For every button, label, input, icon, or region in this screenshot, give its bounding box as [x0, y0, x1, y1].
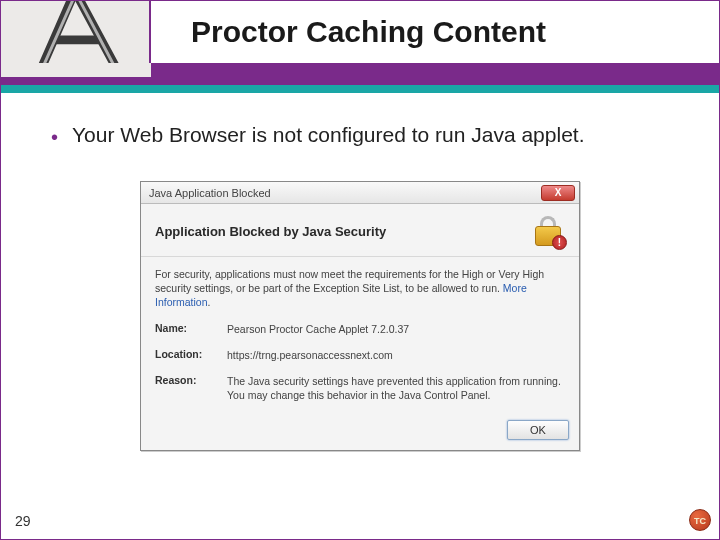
accent-bar-purple — [1, 63, 719, 85]
dialog-button-row: OK — [141, 414, 579, 450]
reason-value: The Java security settings have prevente… — [227, 374, 565, 402]
dialog-heading: Application Blocked by Java Security — [155, 224, 386, 239]
name-label: Name: — [155, 322, 227, 336]
lock-warning-icon: ! — [531, 214, 565, 248]
bullet-text: Your Web Browser is not configured to ru… — [72, 123, 584, 147]
java-blocked-dialog: Java Application Blocked X Application B… — [140, 181, 580, 451]
reason-label: Reason: — [155, 374, 227, 402]
close-button[interactable]: X — [541, 185, 575, 201]
dialog-row-reason: Reason: The Java security settings have … — [155, 374, 565, 402]
dialog-intro: For security, applications must now meet… — [155, 267, 565, 310]
bullet-marker: • — [51, 123, 58, 151]
dialog-body: For security, applications must now meet… — [141, 257, 579, 414]
accent-bar-teal — [1, 85, 719, 93]
dialog-row-name: Name: Pearson Proctor Cache Applet 7.2.0… — [155, 322, 565, 336]
location-value: https://trng.pearsonaccessnext.com — [227, 348, 393, 362]
location-label: Location: — [155, 348, 227, 362]
name-value: Pearson Proctor Cache Applet 7.2.0.37 — [227, 322, 409, 336]
slide-title: Proctor Caching Content — [191, 15, 546, 49]
dialog-row-location: Location: https://trng.pearsonaccessnext… — [155, 348, 565, 362]
slide-header: Proctor Caching Content — [1, 1, 719, 93]
dialog-titlebar: Java Application Blocked X — [141, 182, 579, 204]
tc-badge-icon: TC — [689, 509, 711, 531]
page-number: 29 — [15, 513, 31, 529]
title-area: Proctor Caching Content — [151, 1, 719, 63]
dialog-header: Application Blocked by Java Security ! — [141, 204, 579, 257]
ok-button[interactable]: OK — [507, 420, 569, 440]
slide-content: • Your Web Browser is not configured to … — [1, 93, 719, 451]
dialog-window-title: Java Application Blocked — [149, 187, 271, 199]
dialog-intro-text: For security, applications must now meet… — [155, 268, 544, 294]
bullet-item: • Your Web Browser is not configured to … — [51, 123, 669, 151]
